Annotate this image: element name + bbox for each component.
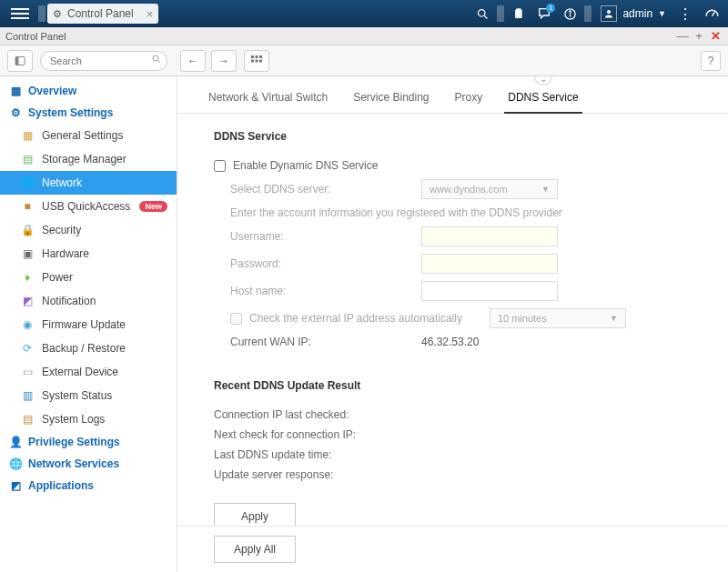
close-tab-icon[interactable]: × <box>147 7 154 21</box>
chevron-down-icon: ▼ <box>541 185 550 194</box>
row-enable-ddns: Enable Dynamic DNS Service <box>214 156 692 176</box>
forward-button[interactable]: → <box>211 50 237 72</box>
user-menu[interactable]: admin ▼ <box>593 5 673 22</box>
sidebar-item-label: Hardware <box>42 247 89 260</box>
sidebar-item-label: Power <box>42 271 73 284</box>
window-tab-control-panel[interactable]: ⚙ Control Panel × <box>47 4 158 24</box>
sidebar-item-firmware-update[interactable]: ◉ Firmware Update <box>0 313 177 336</box>
sidebar-item-label: Backup / Restore <box>42 342 126 355</box>
row-recent: Connection IP last checked: <box>214 405 692 425</box>
enable-ddns-checkbox[interactable] <box>214 160 226 172</box>
divider <box>497 5 504 22</box>
tab-service-binding[interactable]: Service Binding <box>349 85 432 113</box>
new-badge: New <box>139 201 167 212</box>
backup-icon: ⟳ <box>20 341 35 356</box>
user-name: admin <box>622 7 652 20</box>
svg-point-11 <box>153 55 158 61</box>
bulb-icon: ♦ <box>20 270 35 285</box>
sidebar-cat-label: System Settings <box>28 106 113 119</box>
svg-line-8 <box>712 12 714 15</box>
chevron-down-icon: ▼ <box>658 9 666 18</box>
chat-icon[interactable]: 1 <box>531 0 557 27</box>
row-recent: Last DDNS update time: <box>214 445 692 465</box>
sidebar-item-label: General Settings <box>42 129 123 142</box>
clipboard-icon[interactable] <box>506 0 531 27</box>
row-check-ip: Check the external IP address automatica… <box>214 305 692 332</box>
sidebar-item-general-settings[interactable]: ▦ General Settings <box>0 124 177 147</box>
toolbar: ← → ? <box>0 45 728 76</box>
sidebar: ▦ Overview ⚙ System Settings ▦ General S… <box>0 76 177 572</box>
search-icon[interactable] <box>470 0 495 27</box>
row-current-wan: Current WAN IP: 46.32.53.20 <box>214 332 692 352</box>
sidebar-item-label: Network <box>42 176 82 189</box>
check-ip-checkbox[interactable] <box>230 313 242 325</box>
tab-proxy[interactable]: Proxy <box>451 85 487 113</box>
info-icon[interactable] <box>557 0 582 27</box>
check-ip-interval-dropdown[interactable]: 10 minutes ▼ <box>490 308 626 328</box>
sidebar-cat-system-settings[interactable]: ⚙ System Settings <box>0 102 177 124</box>
search-input[interactable] <box>40 51 167 71</box>
menu-icon[interactable] <box>11 5 29 23</box>
grid-view-button[interactable] <box>244 50 269 72</box>
close-button[interactable]: ✕ <box>708 29 723 44</box>
search-field[interactable] <box>40 51 167 71</box>
globe-icon: 🌐 <box>20 176 35 190</box>
sidebar-item-security[interactable]: 🔒 Security <box>0 218 177 242</box>
more-icon[interactable]: ⋮ <box>673 0 699 27</box>
net-icon: 🌐 <box>9 457 22 470</box>
chevron-down-icon: ▼ <box>610 314 618 323</box>
gear-icon: ⚙ <box>9 106 22 119</box>
sidebar-item-power[interactable]: ♦ Power <box>0 266 177 289</box>
monitor-icon: ▥ <box>20 388 35 403</box>
sidebar-item-notification[interactable]: ◩ Notification <box>0 289 177 313</box>
help-button[interactable]: ? <box>701 51 721 71</box>
sidebar-item-label: System Logs <box>42 413 105 426</box>
dashboard-icon[interactable] <box>699 0 724 27</box>
svg-rect-17 <box>256 59 258 62</box>
section-title: Recent DDNS Update Result <box>214 379 692 392</box>
current-wan-label: Current WAN IP: <box>230 336 421 348</box>
row-recent: Update server response: <box>214 465 692 485</box>
check-ip-label: Check the external IP address automatica… <box>249 312 462 325</box>
sidebar-item-network[interactable]: 🌐 Network <box>0 171 177 195</box>
sidebar-cat-label: Network Services <box>28 457 119 470</box>
divider <box>38 5 46 22</box>
divider <box>584 5 592 22</box>
sidebar-item-system-status[interactable]: ▥ System Status <box>0 384 177 407</box>
sidebar-item-backup-restore[interactable]: ⟳ Backup / Restore <box>0 336 177 360</box>
document-icon: ▦ <box>20 128 35 143</box>
tab-network-virtual-switch[interactable]: Network & Virtual Switch <box>205 85 331 113</box>
hostname-input[interactable] <box>421 281 558 301</box>
person-icon: 👤 <box>9 436 22 448</box>
password-input[interactable] <box>421 254 558 274</box>
sidebar-item-label: Storage Manager <box>42 153 126 166</box>
firmware-icon: ◉ <box>20 317 35 332</box>
apps-icon: ◩ <box>9 479 22 492</box>
bell-icon: ◩ <box>20 294 35 308</box>
sidebar-item-usb-quickaccess[interactable]: ■ USB QuickAccess New <box>0 195 177 218</box>
row-hostname: Host name: <box>214 277 692 305</box>
minimize-button[interactable]: — <box>675 29 690 44</box>
svg-point-6 <box>570 10 571 11</box>
sidebar-item-storage-manager[interactable]: ▤ Storage Manager <box>0 147 177 171</box>
sidebar-cat-overview[interactable]: ▦ Overview <box>0 80 177 102</box>
sidebar-cat-network-services[interactable]: 🌐 Network Services <box>0 453 177 475</box>
sidebar-item-hardware[interactable]: ▣ Hardware <box>0 242 177 266</box>
username-label: Username: <box>230 230 421 243</box>
tab-ddns-service[interactable]: ⌄ DDNS Service <box>504 85 581 113</box>
enable-ddns-label: Enable Dynamic DNS Service <box>233 159 378 172</box>
maximize-button[interactable]: + <box>692 29 706 44</box>
os-topbar: ⚙ Control Panel × 1 admin ▼ ⋮ <box>0 0 728 27</box>
select-server-dropdown[interactable]: www.dyndns.com ▼ <box>421 179 558 199</box>
sidebar-toggle-button[interactable] <box>7 50 33 72</box>
sidebar-cat-applications[interactable]: ◩ Applications <box>0 475 177 497</box>
username-input[interactable] <box>421 226 558 246</box>
svg-rect-15 <box>259 55 262 58</box>
back-button[interactable]: ← <box>180 50 206 72</box>
sidebar-item-external-device[interactable]: ▭ External Device <box>0 360 177 384</box>
sidebar-cat-privilege[interactable]: 👤 Privilege Settings <box>0 431 177 453</box>
sidebar-item-label: System Status <box>42 389 112 402</box>
sidebar-item-label: Firmware Update <box>42 318 126 331</box>
sidebar-item-system-logs[interactable]: ▤ System Logs <box>0 407 177 431</box>
apply-all-button[interactable]: Apply All <box>214 536 296 563</box>
